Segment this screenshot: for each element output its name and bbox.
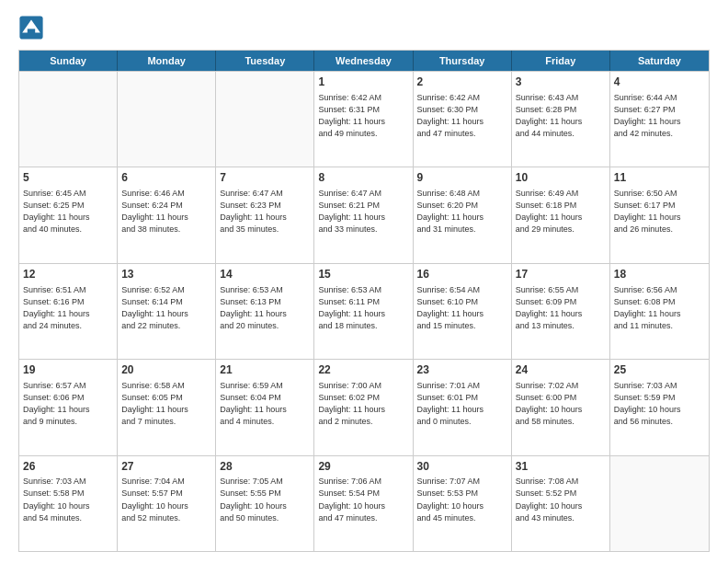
cell-info: Sunrise: 6:42 AM Sunset: 6:30 PM Dayligh… [417,92,507,140]
day-number: 29 [318,459,408,475]
day-number: 26 [23,459,113,475]
cell-info: Sunrise: 7:07 AM Sunset: 5:53 PM Dayligh… [417,476,507,523]
cell-info: Sunrise: 6:48 AM Sunset: 6:20 PM Dayligh… [417,188,507,236]
cell-info: Sunrise: 6:47 AM Sunset: 6:23 PM Dayligh… [220,188,310,236]
page: SundayMondayTuesdayWednesdayThursdayFrid… [0,0,728,563]
cell-info: Sunrise: 7:05 AM Sunset: 5:55 PM Dayligh… [220,476,310,523]
cal-cell-0-1 [118,72,216,167]
calendar-header: SundayMondayTuesdayWednesdayThursdayFrid… [19,51,709,71]
cal-cell-4-5: 31Sunrise: 7:08 AM Sunset: 5:52 PM Dayli… [512,456,610,551]
cal-cell-0-5: 3Sunrise: 6:43 AM Sunset: 6:28 PM Daylig… [512,72,610,167]
cal-cell-3-3: 22Sunrise: 7:00 AM Sunset: 6:02 PM Dayli… [314,360,413,454]
cell-info: Sunrise: 6:51 AM Sunset: 6:16 PM Dayligh… [23,284,113,332]
cal-cell-1-3: 8Sunrise: 6:47 AM Sunset: 6:21 PM Daylig… [314,167,413,262]
day-number: 16 [417,267,507,282]
cell-info: Sunrise: 7:08 AM Sunset: 5:52 PM Dayligh… [516,476,606,523]
logo-icon [18,15,44,40]
cal-cell-0-6: 4Sunrise: 6:44 AM Sunset: 6:27 PM Daylig… [610,72,709,167]
cell-info: Sunrise: 6:42 AM Sunset: 6:31 PM Dayligh… [318,92,408,140]
header-day-saturday: Saturday [610,51,709,71]
cal-cell-4-3: 29Sunrise: 7:06 AM Sunset: 5:54 PM Dayli… [314,456,413,551]
day-number: 10 [516,170,606,186]
cell-info: Sunrise: 6:45 AM Sunset: 6:25 PM Dayligh… [23,188,113,236]
cell-info: Sunrise: 6:52 AM Sunset: 6:14 PM Dayligh… [121,284,211,332]
cal-cell-1-1: 6Sunrise: 6:46 AM Sunset: 6:24 PM Daylig… [118,167,216,262]
header-day-thursday: Thursday [414,51,512,71]
cal-cell-4-0: 26Sunrise: 7:03 AM Sunset: 5:58 PM Dayli… [19,456,118,551]
day-number: 22 [318,362,408,378]
cal-cell-4-2: 28Sunrise: 7:05 AM Sunset: 5:55 PM Dayli… [216,456,314,551]
cell-info: Sunrise: 6:44 AM Sunset: 6:27 PM Dayligh… [614,92,705,140]
cell-info: Sunrise: 6:53 AM Sunset: 6:13 PM Dayligh… [220,284,310,332]
cell-info: Sunrise: 6:58 AM Sunset: 6:05 PM Dayligh… [121,380,211,428]
day-number: 24 [516,362,606,378]
logo [18,15,48,40]
day-number: 20 [121,362,211,378]
cal-cell-2-5: 17Sunrise: 6:55 AM Sunset: 6:09 PM Dayli… [512,264,610,359]
day-number: 4 [614,75,705,90]
cal-cell-2-3: 15Sunrise: 6:53 AM Sunset: 6:11 PM Dayli… [314,264,413,359]
calendar: SundayMondayTuesdayWednesdayThursdayFrid… [18,50,710,552]
day-number: 8 [318,170,408,186]
cell-info: Sunrise: 7:00 AM Sunset: 6:02 PM Dayligh… [318,380,408,428]
cell-info: Sunrise: 6:56 AM Sunset: 6:08 PM Dayligh… [614,284,705,332]
day-number: 13 [121,267,211,282]
day-number: 14 [220,267,310,282]
cal-cell-2-2: 14Sunrise: 6:53 AM Sunset: 6:13 PM Dayli… [216,264,314,359]
cell-info: Sunrise: 6:50 AM Sunset: 6:17 PM Dayligh… [614,188,705,236]
cal-cell-4-1: 27Sunrise: 7:04 AM Sunset: 5:57 PM Dayli… [118,456,216,551]
day-number: 28 [220,459,310,475]
cal-cell-3-0: 19Sunrise: 6:57 AM Sunset: 6:06 PM Dayli… [19,360,118,454]
day-number: 5 [23,170,113,186]
cal-row-2: 12Sunrise: 6:51 AM Sunset: 6:16 PM Dayli… [19,263,709,359]
cal-cell-1-4: 9Sunrise: 6:48 AM Sunset: 6:20 PM Daylig… [414,167,512,262]
day-number: 23 [417,362,507,378]
day-number: 2 [417,75,507,90]
cal-row-3: 19Sunrise: 6:57 AM Sunset: 6:06 PM Dayli… [19,359,709,454]
day-number: 18 [614,267,705,282]
day-number: 19 [23,362,113,378]
day-number: 3 [516,75,606,90]
cal-cell-3-1: 20Sunrise: 6:58 AM Sunset: 6:05 PM Dayli… [118,360,216,454]
cal-cell-1-5: 10Sunrise: 6:49 AM Sunset: 6:18 PM Dayli… [512,167,610,262]
cell-info: Sunrise: 6:47 AM Sunset: 6:21 PM Dayligh… [318,188,408,236]
header-day-wednesday: Wednesday [314,51,413,71]
cell-info: Sunrise: 7:03 AM Sunset: 5:59 PM Dayligh… [614,380,705,428]
cal-cell-2-0: 12Sunrise: 6:51 AM Sunset: 6:16 PM Dayli… [19,264,118,359]
cell-info: Sunrise: 7:02 AM Sunset: 6:00 PM Dayligh… [516,380,606,428]
cal-row-1: 5Sunrise: 6:45 AM Sunset: 6:25 PM Daylig… [19,167,709,262]
cell-info: Sunrise: 6:57 AM Sunset: 6:06 PM Dayligh… [23,380,113,428]
cell-info: Sunrise: 6:53 AM Sunset: 6:11 PM Dayligh… [318,284,408,332]
cal-cell-1-2: 7Sunrise: 6:47 AM Sunset: 6:23 PM Daylig… [216,167,314,262]
cal-cell-0-4: 2Sunrise: 6:42 AM Sunset: 6:30 PM Daylig… [414,72,512,167]
cal-cell-3-6: 25Sunrise: 7:03 AM Sunset: 5:59 PM Dayli… [610,360,709,454]
cell-info: Sunrise: 6:46 AM Sunset: 6:24 PM Dayligh… [121,188,211,236]
cell-info: Sunrise: 6:49 AM Sunset: 6:18 PM Dayligh… [516,188,606,236]
day-number: 15 [318,267,408,282]
cal-row-4: 26Sunrise: 7:03 AM Sunset: 5:58 PM Dayli… [19,455,709,551]
cal-cell-2-6: 18Sunrise: 6:56 AM Sunset: 6:08 PM Dayli… [610,264,709,359]
header-day-friday: Friday [512,51,610,71]
cal-cell-0-3: 1Sunrise: 6:42 AM Sunset: 6:31 PM Daylig… [314,72,413,167]
day-number: 7 [220,170,310,186]
cal-cell-3-2: 21Sunrise: 6:59 AM Sunset: 6:04 PM Dayli… [216,360,314,454]
calendar-body: 1Sunrise: 6:42 AM Sunset: 6:31 PM Daylig… [19,71,709,551]
day-number: 9 [417,170,507,186]
header-day-monday: Monday [118,51,216,71]
cell-info: Sunrise: 7:06 AM Sunset: 5:54 PM Dayligh… [318,476,408,523]
cell-info: Sunrise: 7:03 AM Sunset: 5:58 PM Dayligh… [23,476,113,523]
cal-cell-0-2 [216,72,314,167]
day-number: 12 [23,267,113,282]
day-number: 25 [614,362,705,378]
cal-cell-4-4: 30Sunrise: 7:07 AM Sunset: 5:53 PM Dayli… [414,456,512,551]
cell-info: Sunrise: 6:55 AM Sunset: 6:09 PM Dayligh… [516,284,606,332]
cal-cell-2-4: 16Sunrise: 6:54 AM Sunset: 6:10 PM Dayli… [414,264,512,359]
cell-info: Sunrise: 7:04 AM Sunset: 5:57 PM Dayligh… [121,476,211,523]
day-number: 17 [516,267,606,282]
cal-row-0: 1Sunrise: 6:42 AM Sunset: 6:31 PM Daylig… [19,71,709,167]
cal-cell-1-6: 11Sunrise: 6:50 AM Sunset: 6:17 PM Dayli… [610,167,709,262]
cal-cell-3-5: 24Sunrise: 7:02 AM Sunset: 6:00 PM Dayli… [512,360,610,454]
cell-info: Sunrise: 6:54 AM Sunset: 6:10 PM Dayligh… [417,284,507,332]
day-number: 1 [318,75,408,90]
header [18,15,710,40]
